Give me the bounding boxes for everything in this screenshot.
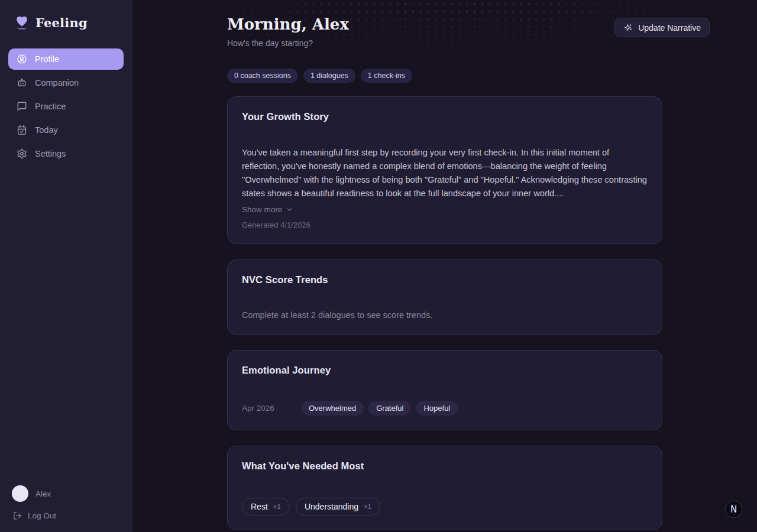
emotion-pill-grateful: Grateful (368, 401, 411, 416)
show-more-label: Show more (242, 205, 282, 214)
user-row: Alex (12, 485, 120, 502)
need-pill-understanding: Understanding ×1 (296, 498, 380, 515)
logout-button[interactable]: Log Out (12, 511, 120, 520)
update-narrative-label: Update Narrative (638, 23, 701, 33)
nvc-trends-title: NVC Score Trends (242, 274, 648, 286)
stat-coach-sessions: 0 coach sessions (227, 69, 298, 83)
need-label: Rest (251, 502, 268, 511)
user-name: Alex (35, 489, 51, 498)
page-title: Morning, Alex (227, 15, 349, 33)
app-logo: Feeling (8, 14, 124, 31)
robot-icon (17, 77, 27, 88)
nvc-trends-empty-message: Complete at least 2 dialogues to see sco… (242, 310, 648, 320)
journey-row: Apr 2026 Overwhelmed Grateful Hopeful (242, 401, 648, 416)
page-subtitle: How's the day starting? (227, 38, 349, 48)
emotion-pill-overwhelmed: Overwhelmed (301, 401, 364, 416)
growth-story-card: Your Growth Story You've taken a meaning… (227, 96, 662, 244)
sidebar-item-today[interactable]: Today (8, 119, 124, 141)
calendar-check-icon (17, 125, 27, 135)
sidebar-item-companion[interactable]: Companion (8, 72, 124, 93)
content-column: Morning, Alex How's the day starting? Up… (227, 0, 662, 530)
emotion-pill-hopeful: Hopeful (416, 401, 458, 416)
dev-indicator-badge[interactable]: N (725, 501, 742, 518)
sidebar-item-label: Profile (35, 54, 59, 64)
need-count: ×1 (273, 503, 281, 510)
app-title: Feeling (35, 15, 88, 30)
journey-period: Apr 2026 (242, 404, 301, 413)
main-area: Morning, Alex How's the day starting? Up… (132, 0, 757, 532)
sidebar-item-label: Companion (35, 78, 79, 87)
sidebar-item-practice[interactable]: Practice (8, 96, 124, 117)
sidebar-item-settings[interactable]: Settings (8, 143, 124, 164)
chevron-down-icon (286, 206, 293, 213)
generated-date: Generated 4/1/2026 (242, 220, 648, 229)
heart-icon (14, 14, 30, 31)
greeting-block: Morning, Alex How's the day starting? (227, 15, 349, 48)
stat-dialogues: 1 dialogues (303, 69, 355, 83)
need-count: ×1 (364, 503, 371, 510)
chat-bubble-icon (17, 101, 27, 112)
sidebar-item-label: Practice (35, 102, 66, 111)
update-narrative-button[interactable]: Update Narrative (614, 18, 710, 37)
logout-label: Log Out (28, 511, 56, 520)
sidebar-item-label: Settings (35, 149, 66, 158)
need-label: Understanding (305, 502, 358, 511)
emotional-journey-title: Emotional Journey (242, 365, 648, 376)
sidebar-item-label: Today (35, 125, 58, 135)
log-out-icon (13, 511, 22, 520)
growth-story-title: Your Growth Story (242, 111, 648, 122)
needs-title: What You've Needed Most (242, 460, 648, 472)
avatar (12, 485, 28, 502)
sidebar-footer: Alex Log Out (8, 485, 124, 520)
sidebar: Feeling Profile Companion Practice Today (0, 0, 132, 532)
nvc-score-trends-card: NVC Score Trends Complete at least 2 dia… (227, 259, 662, 335)
sidebar-nav: Profile Companion Practice Today Setting… (8, 48, 124, 164)
sidebar-item-profile[interactable]: Profile (8, 48, 124, 70)
emotion-pills: Overwhelmed Grateful Hopeful (301, 401, 458, 416)
needs-card: What You've Needed Most Rest ×1 Understa… (227, 446, 662, 530)
user-circle-icon (17, 54, 27, 64)
growth-story-body: You've taken a meaningful first step by … (242, 146, 648, 200)
gear-icon (17, 148, 27, 159)
stat-check-ins: 1 check-ins (361, 69, 412, 83)
page-header: Morning, Alex How's the day starting? Up… (227, 15, 662, 48)
sparkles-icon (623, 23, 633, 33)
emotional-journey-card: Emotional Journey Apr 2026 Overwhelmed G… (227, 350, 662, 430)
stats-row: 0 coach sessions 1 dialogues 1 check-ins (227, 69, 662, 83)
show-more-button[interactable]: Show more (242, 205, 293, 214)
needs-row: Rest ×1 Understanding ×1 (242, 498, 648, 515)
need-pill-rest: Rest ×1 (242, 498, 290, 515)
